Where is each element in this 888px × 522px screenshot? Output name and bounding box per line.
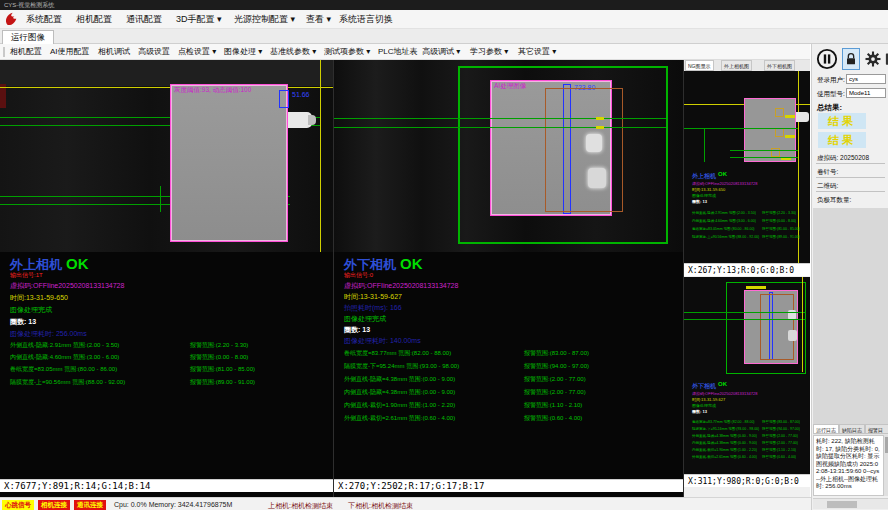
roi-square <box>775 128 784 137</box>
mini-measurement-row: 内侧直线-隐藏=4.38mm 范围:(0.00 - 9.00) <box>692 441 757 445</box>
tool-camera-debug[interactable]: 相机调试 <box>98 44 130 60</box>
tool-camera-config[interactable]: 相机配置 <box>10 44 42 60</box>
preview-tab-upper[interactable]: 外上相机图 <box>721 60 752 71</box>
mini-turn-count: 圈数: 13 <box>692 199 707 204</box>
lock-button[interactable] <box>842 48 860 70</box>
log-tab-defect[interactable]: 缺陷日志 <box>839 424 865 434</box>
login-user-input[interactable] <box>846 74 886 84</box>
model-input[interactable] <box>846 88 886 98</box>
tool-spot-check[interactable]: 点检设置 ▾ <box>178 44 216 60</box>
field-underline <box>816 163 885 164</box>
mini-alarm-range: 报警范围:(0.00 - 8.00) <box>762 219 796 223</box>
log-scrollbar-thumb[interactable] <box>885 437 888 453</box>
menu-robot-config[interactable]: 3D手配置 ▾ <box>170 10 228 29</box>
comm-link-status-badge: 通讯连接 <box>74 500 106 510</box>
gear-icon <box>864 49 882 69</box>
view-tab-strip: 运行图像 <box>0 29 888 44</box>
preview-top-view[interactable]: 外上相机 OK 虚拟码:OFFIine20250208133134728 时间:… <box>684 71 810 263</box>
image-top-band <box>0 60 333 86</box>
field-underline <box>816 177 885 178</box>
alarm-range: 报警范围:(81.00 - 85.00) <box>190 365 255 374</box>
tool-image-process[interactable]: 图像处理 ▾ <box>224 44 262 60</box>
yellow-guide-line-v <box>802 277 803 372</box>
defect-roi-box <box>760 294 794 360</box>
login-user-label: 登录用户: <box>817 76 845 85</box>
mini-result-status: OK <box>718 381 727 387</box>
elapsed-label: 图像处理耗时: 256.00ms <box>10 329 87 339</box>
preview-bottom-view[interactable]: 外下相机 OK 虚拟码:OFFIine20250208133134728 时间:… <box>684 277 810 474</box>
menu-language-switch[interactable]: 系统语言切换 <box>333 10 399 29</box>
tool-test-params[interactable]: 测试项参数 ▾ <box>324 44 370 60</box>
log-text-area[interactable]: 耗时: 222, 缺陷检测耗时: 17, 缺陷分类耗时: 0, 缺陷提取分区耗时… <box>813 435 884 496</box>
mini-measurement-row: 卷纸宽度=83.77mm 范围:(82.00 - 88.00) <box>692 420 755 424</box>
tool-baseline-params[interactable]: 基准线参数 ▾ <box>270 44 316 60</box>
tab-count-label: 负极耳数量: <box>817 196 851 205</box>
mid-camera-panel: AI处理图像 723.80 外下相机 OK 输出信号:0 虚拟码:OFFIine… <box>334 60 683 497</box>
mid-camera-image[interactable]: AI处理图像 723.80 <box>334 60 683 252</box>
yellow-tick <box>746 286 766 289</box>
mini-measurement-row: 隔膜宽度-上=90.56mm 范围:(88.00 - 92.00) <box>692 235 759 239</box>
green-tick-v <box>704 128 705 162</box>
heartbeat-status-badge: 心跳信号 <box>2 500 34 510</box>
exit-button[interactable] <box>884 49 888 69</box>
mini-alarm-range: 报警范围:(2.20 - 3.30) <box>762 211 796 215</box>
result-badge-1: 结果 <box>818 113 866 129</box>
app-window: CYS-视觉检测系统 系统配置 相机配置 通讯配置 3D手配置 ▾ 光源控制配置… <box>0 0 888 522</box>
cell-region-box <box>744 98 796 162</box>
preview-tab-lower[interactable]: 外下相机图 <box>764 60 795 71</box>
settings-button[interactable] <box>864 49 882 69</box>
green-guide-line <box>684 312 806 313</box>
measure-value-label: 51.66 <box>292 91 310 98</box>
log-hscrollbar-thumb[interactable] <box>827 501 857 508</box>
log-tab-alarm[interactable]: 报警日志 <box>865 424 888 434</box>
virtual-code-label: 虚拟码:OFFIine20250208133134728 <box>10 281 124 291</box>
menu-system-config[interactable]: 系统配置 <box>20 10 68 29</box>
tab-run-image[interactable]: 运行图像 <box>2 30 54 44</box>
logout-icon <box>884 49 888 69</box>
measurement-row: 内侧直线-裁切=1.90mm 范围:(1.00 - 2.20) <box>344 401 455 410</box>
title-bar: CYS-视觉检测系统 <box>0 0 888 10</box>
pixel-coordinate-readout: X:7677;Y:891;R:14;G:14;B:14 <box>0 479 333 492</box>
log-hscrollbar[interactable] <box>813 498 888 509</box>
total-result-label: 总结果: <box>817 103 842 113</box>
left-camera-image[interactable]: 灰度阈值:93, 动态阈值:100 51.66 <box>0 60 333 252</box>
measure-roi-box <box>279 90 289 108</box>
mini-result-title: 外上相机 <box>692 172 716 181</box>
menu-light-config[interactable]: 光源控制配置 ▾ <box>228 10 301 29</box>
menu-comm-config[interactable]: 通讯配置 <box>120 10 168 29</box>
log-scrollbar[interactable] <box>884 435 888 496</box>
pixel-coordinate-readout: X:311;Y:980;R:0;G:0;B:0 <box>684 474 810 487</box>
lower-camera-state: 下相机:相机检测结束 <box>348 501 413 511</box>
alarm-range: 报警范围:(89.00 - 91.00) <box>190 378 255 387</box>
tool-ai-config[interactable]: AI使用配置 <box>50 44 90 60</box>
tool-learn-params[interactable]: 学习参数 ▾ <box>470 44 508 60</box>
yellow-guide-line-v <box>320 60 321 252</box>
alarm-range: 报警范围:(94.00 - 97.00) <box>524 362 589 371</box>
mini-measurement-row: 外侧直线-隐藏=4.38mm 范围:(0.00 - 9.00) <box>692 434 757 438</box>
log-tab-run[interactable]: 运行日志 <box>813 424 839 434</box>
reflection-blob <box>788 330 797 341</box>
menu-camera-config[interactable]: 相机配置 <box>70 10 118 29</box>
mini-alarm-range: 报警范围:(1.10 - 2.10) <box>762 448 796 452</box>
yellow-tick <box>596 126 604 129</box>
green-guide-line <box>334 118 666 119</box>
photo-elapsed-label: 拍照耗时(ms): 166 <box>344 303 402 313</box>
process-done-label: 图像处理完成 <box>10 305 52 315</box>
preview-tab-ng[interactable]: NG图显示 <box>685 60 714 71</box>
cpu-memory-readout: Cpu: 0.0% Memory: 3424.41796875M <box>114 501 232 508</box>
pixel-coordinate-readout: X:267;Y:13;R:0;G:0;B:0 <box>684 263 810 276</box>
tool-other-settings[interactable]: 其它设置 ▾ <box>518 44 556 60</box>
mini-measurement-row: 内侧直线-裁切=1.90mm 范围:(1.00 - 2.20) <box>692 448 757 452</box>
mini-measurement-row: 内侧直线-隐藏:4.60mm 范围:(3.00 - 6.00) <box>692 219 756 223</box>
reflection-blob <box>588 168 606 188</box>
pause-icon <box>816 48 838 70</box>
pause-button[interactable] <box>816 48 838 70</box>
lock-icon <box>843 50 859 68</box>
tool-advanced-debug[interactable]: 高级调试 ▾ <box>422 44 460 60</box>
tool-advanced-settings[interactable]: 高级设置 <box>138 44 170 60</box>
alarm-range: 报警范围:(0.00 - 8.00) <box>190 353 248 362</box>
tool-plc-table[interactable]: PLC地址表 <box>378 44 418 60</box>
mini-time: 时间:13-31-59-627 <box>692 397 725 402</box>
menu-view[interactable]: 查看 ▾ <box>300 10 337 29</box>
mini-measurement-row: 外侧直线-隐藏:2.91mm 范围:(2.00 - 3.50) <box>692 211 756 215</box>
